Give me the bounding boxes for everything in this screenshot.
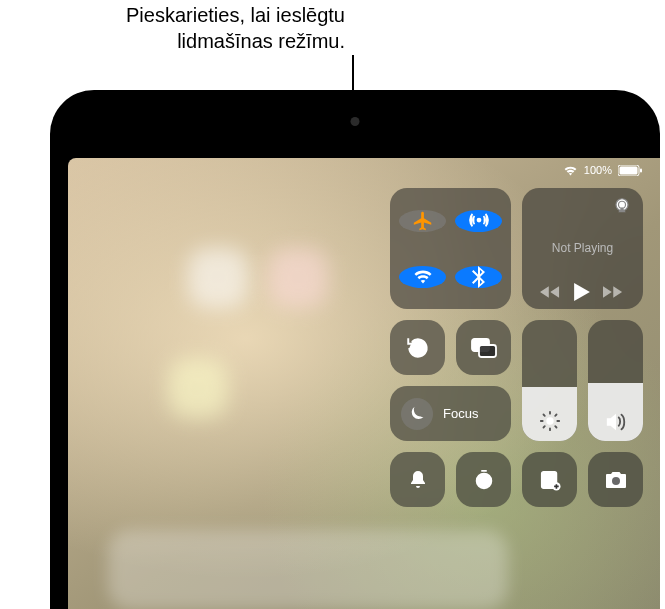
svg-rect-8 <box>479 345 496 357</box>
volume-slider[interactable] <box>588 320 643 441</box>
bell-icon <box>408 469 428 491</box>
airplay-icon <box>613 198 631 213</box>
volume-icon <box>605 412 627 432</box>
svg-point-3 <box>476 217 481 222</box>
orientation-lock-button[interactable] <box>390 320 445 375</box>
camera-button[interactable] <box>588 452 643 507</box>
connectivity-group <box>390 188 511 309</box>
airdrop-icon <box>468 210 490 232</box>
bluetooth-icon <box>469 266 489 288</box>
next-track-icon[interactable] <box>603 285 625 299</box>
ipad-frame: 100% <box>50 90 660 609</box>
wifi-icon <box>412 266 434 288</box>
previous-track-icon[interactable] <box>540 285 562 299</box>
bluetooth-button[interactable] <box>455 266 502 288</box>
callout-line-1: Pieskarieties, lai ieslēgtu <box>126 4 345 26</box>
camera-icon <box>604 470 628 490</box>
screen-mirroring-icon <box>471 338 497 358</box>
wifi-button[interactable] <box>399 266 446 288</box>
quick-note-button[interactable] <box>522 452 577 507</box>
brightness-icon <box>539 410 561 432</box>
moon-icon <box>409 405 426 422</box>
screen-mirroring-button[interactable] <box>456 320 511 375</box>
timer-button[interactable] <box>456 452 511 507</box>
battery-percent: 100% <box>584 164 612 176</box>
note-icon <box>539 469 561 491</box>
svg-point-13 <box>612 477 620 485</box>
orientation-lock-icon <box>405 335 431 361</box>
svg-rect-6 <box>415 346 420 351</box>
focus-label: Focus <box>443 406 478 421</box>
brightness-slider[interactable] <box>522 320 577 441</box>
media-playback-tile[interactable]: Not Playing <box>522 188 643 309</box>
play-icon[interactable] <box>574 283 590 301</box>
battery-status-icon <box>618 165 642 176</box>
svg-rect-1 <box>620 166 638 174</box>
control-center: Not Playing <box>390 188 642 507</box>
blurred-app-icon <box>268 248 328 308</box>
blurred-dock <box>108 530 508 609</box>
svg-rect-2 <box>640 168 642 172</box>
media-status-label: Not Playing <box>534 241 631 255</box>
airplane-mode-button[interactable] <box>399 210 446 232</box>
airplane-icon <box>412 210 434 232</box>
ipad-screen: 100% <box>68 158 660 609</box>
svg-point-9 <box>546 417 553 424</box>
timer-icon <box>473 469 495 491</box>
callout-text: Pieskarieties, lai ieslēgtu lidmašīnas r… <box>0 2 345 54</box>
silent-mode-button[interactable] <box>390 452 445 507</box>
airdrop-button[interactable] <box>455 210 502 232</box>
focus-button[interactable]: Focus <box>390 386 511 441</box>
wifi-status-icon <box>563 165 578 176</box>
callout-line-2: lidmašīnas režīmu. <box>177 30 345 52</box>
status-bar: 100% <box>563 164 642 176</box>
blurred-app-icon <box>168 358 228 418</box>
blurred-app-icon <box>188 248 248 308</box>
